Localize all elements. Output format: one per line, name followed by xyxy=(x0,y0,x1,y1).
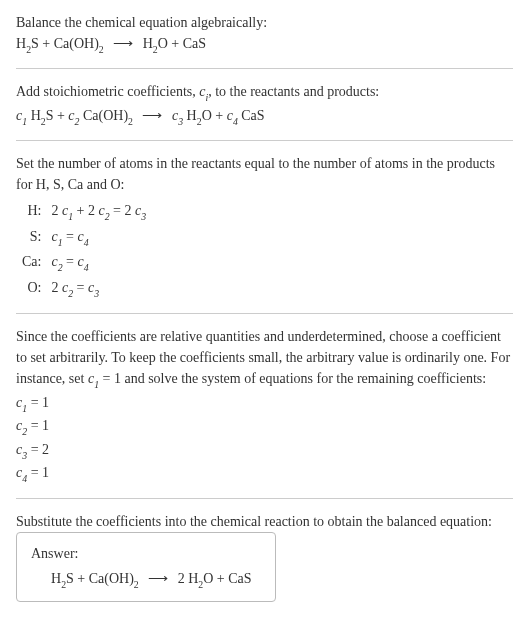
answer-label: Answer: xyxy=(31,543,261,564)
ci-symbol: ci xyxy=(199,84,208,99)
solution-item: c1 = 1 xyxy=(16,392,513,415)
reaction-arrow-icon: ⟶ xyxy=(113,33,133,54)
balance-eq: c1 = c4 xyxy=(45,225,152,250)
section-solve: Since the coefficients are relative quan… xyxy=(16,326,513,485)
solution-item: c3 = 2 xyxy=(16,439,513,462)
balance-intro-text: Balance the chemical equation algebraica… xyxy=(16,12,513,33)
section-balance-intro: Balance the chemical equation algebraica… xyxy=(16,12,513,56)
section-atom-balance: Set the number of atoms in the reactants… xyxy=(16,153,513,301)
divider xyxy=(16,313,513,314)
stoich-equation: c1 H2S + c2 Ca(OH)2 ⟶ c3 H2O + c4 CaS xyxy=(16,105,513,128)
table-row: O: 2 c2 = c3 xyxy=(16,276,152,301)
balance-eq: 2 c1 + 2 c2 = 2 c3 xyxy=(45,199,152,224)
table-row: Ca: c2 = c4 xyxy=(16,250,152,275)
unbalanced-equation: H2S + Ca(OH)2 ⟶ H2O + CaS xyxy=(16,33,513,56)
divider xyxy=(16,498,513,499)
element-label: S: xyxy=(16,225,45,250)
solve-intro: Since the coefficients are relative quan… xyxy=(16,326,513,391)
table-row: H: 2 c1 + 2 c2 = 2 c3 xyxy=(16,199,152,224)
reaction-arrow-icon: ⟶ xyxy=(142,105,162,126)
eq-rhs: H2O + CaS xyxy=(143,36,206,51)
stoich-intro: Add stoichiometric coefficients, ci, to … xyxy=(16,81,513,104)
atom-balance-table: H: 2 c1 + 2 c2 = 2 c3 S: c1 = c4 Ca: c2 … xyxy=(16,199,152,301)
answer-box: Answer: H2S + Ca(OH)2 ⟶ 2 H2O + CaS xyxy=(16,532,276,602)
divider xyxy=(16,68,513,69)
element-label: Ca: xyxy=(16,250,45,275)
element-label: H: xyxy=(16,199,45,224)
element-label: O: xyxy=(16,276,45,301)
balance-eq: 2 c2 = c3 xyxy=(45,276,152,301)
solution-list: c1 = 1 c2 = 1 c3 = 2 c4 = 1 xyxy=(16,392,513,486)
eq-lhs: H2S + Ca(OH)2 xyxy=(16,36,104,51)
balanced-equation: H2S + Ca(OH)2 ⟶ 2 H2O + CaS xyxy=(31,568,261,591)
solution-item: c4 = 1 xyxy=(16,462,513,485)
section-stoich-coeffs: Add stoichiometric coefficients, ci, to … xyxy=(16,81,513,128)
balance-eq: c2 = c4 xyxy=(45,250,152,275)
section-answer: Substitute the coefficients into the che… xyxy=(16,511,513,602)
atom-balance-intro: Set the number of atoms in the reactants… xyxy=(16,153,513,195)
table-row: S: c1 = c4 xyxy=(16,225,152,250)
substitute-intro: Substitute the coefficients into the che… xyxy=(16,511,513,532)
reaction-arrow-icon: ⟶ xyxy=(148,568,168,589)
divider xyxy=(16,140,513,141)
solution-item: c2 = 1 xyxy=(16,415,513,438)
